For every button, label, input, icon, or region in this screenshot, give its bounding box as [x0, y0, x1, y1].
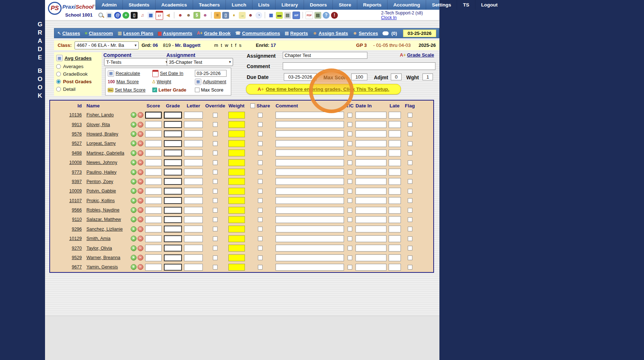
menu-item-store[interactable]: Store [332, 0, 357, 10]
score-input[interactable] [145, 235, 162, 242]
remove-score-button[interactable]: − [138, 160, 143, 165]
send-note-icon[interactable]: → [239, 12, 246, 19]
ap-icon[interactable]: A/P [292, 12, 300, 19]
late-input[interactable] [389, 245, 401, 252]
student-name-link[interactable]: Glover, Rita [84, 122, 110, 127]
remove-score-button[interactable]: − [138, 264, 143, 270]
weight-input[interactable] [228, 121, 245, 128]
student-name-link[interactable]: Paulino, Hailey [84, 170, 116, 175]
share-checkbox[interactable] [258, 179, 263, 184]
letter-input[interactable] [184, 245, 203, 252]
student-icon[interactable]: ☻ [185, 12, 192, 19]
recalculate-link[interactable]: ▦ Recalculate [108, 70, 152, 77]
date-in-input[interactable] [355, 159, 386, 166]
share-checkbox[interactable] [258, 217, 263, 222]
add-score-button[interactable]: + [131, 264, 137, 270]
late-input[interactable] [389, 197, 401, 204]
share-checkbox[interactable] [258, 151, 263, 155]
nav-item-assignments[interactable]: ▆Assignments [158, 31, 192, 36]
flag-checkbox[interactable] [408, 236, 412, 241]
weight-input[interactable] [228, 264, 245, 271]
weight-input[interactable] [228, 130, 245, 137]
clock-in-link[interactable]: Clock In [381, 15, 423, 20]
late-input[interactable] [389, 254, 401, 261]
nurse-icon[interactable]: ☻ [177, 12, 184, 19]
megaphone-icon[interactable]: ◀ [165, 12, 171, 19]
calendar-icon[interactable]: ▦ [147, 12, 154, 19]
late-input[interactable] [389, 216, 401, 223]
tc-checkbox[interactable] [348, 151, 352, 155]
override-checkbox[interactable] [213, 113, 218, 117]
menu-item-reports[interactable]: Reports [357, 0, 387, 10]
date-in-input[interactable] [355, 169, 386, 175]
add-score-button[interactable]: + [131, 131, 137, 137]
date-in-input[interactable] [355, 207, 386, 214]
comment-input[interactable] [276, 121, 344, 128]
share-all-checkbox[interactable] [250, 103, 255, 108]
max-score-link[interactable]: 100 Max Score [108, 79, 152, 84]
grade-input[interactable] [164, 169, 182, 175]
staff-icon[interactable]: ☻ [247, 12, 254, 19]
date-in-input[interactable] [355, 264, 386, 271]
override-checkbox[interactable] [213, 160, 218, 165]
grade-input[interactable] [164, 150, 182, 156]
check-card-icon[interactable]: ▬ [276, 12, 283, 19]
view-option-post-grades[interactable]: Post Grades [56, 79, 99, 84]
score-input[interactable] [145, 197, 162, 204]
tc-checkbox[interactable] [348, 255, 352, 260]
share-checkbox[interactable] [258, 141, 263, 146]
date-in-input[interactable] [355, 178, 386, 185]
student-id-link[interactable]: 10129 [69, 236, 84, 241]
tc-checkbox[interactable] [348, 265, 352, 270]
comment-input[interactable] [276, 169, 344, 175]
remove-score-button[interactable]: − [138, 131, 143, 137]
student-name-link[interactable]: Smith, Amia [84, 236, 111, 241]
set-date-in-link[interactable]: Set Date In [152, 70, 195, 77]
late-input[interactable] [389, 140, 401, 147]
flag-checkbox[interactable] [408, 151, 412, 155]
override-checkbox[interactable] [213, 170, 218, 174]
student-id-link[interactable]: 9913 [72, 122, 84, 127]
late-input[interactable] [389, 207, 401, 214]
weight-input[interactable] [228, 169, 245, 175]
radio-detail[interactable] [56, 87, 61, 92]
view-option-averages[interactable]: Averages [56, 64, 99, 69]
date-in-input[interactable] [355, 112, 386, 119]
weight-input[interactable] [228, 207, 245, 214]
comment-input[interactable] [276, 216, 344, 223]
menu-item-ts[interactable]: TS [457, 0, 475, 10]
letter-input[interactable] [184, 188, 203, 195]
late-input[interactable] [389, 130, 401, 137]
add-score-button[interactable]: + [131, 188, 137, 194]
student-id-link[interactable]: 9773 [72, 170, 84, 175]
add-score-button[interactable]: + [131, 198, 137, 204]
comment-input[interactable] [276, 197, 344, 204]
student-id-link[interactable]: 10107 [69, 198, 84, 203]
chat-plus-icon[interactable]: + [122, 12, 129, 19]
setup-notice-banner[interactable]: A+ One time before entering grades, Clic… [246, 84, 401, 94]
letter-input[interactable] [184, 121, 203, 128]
menu-item-students[interactable]: Students [122, 0, 155, 10]
score-input[interactable] [145, 112, 162, 119]
lunch-icon[interactable]: ≡ [214, 12, 221, 19]
remove-score-button[interactable]: − [138, 112, 143, 118]
print-check-icon[interactable]: ▤ [284, 12, 291, 19]
weight-input[interactable] [228, 254, 245, 261]
comment-input[interactable] [276, 130, 344, 137]
score-input[interactable] [145, 254, 162, 261]
late-input[interactable] [389, 169, 401, 175]
student-id-link[interactable]: 10009 [69, 188, 84, 194]
tc-checkbox[interactable] [348, 179, 352, 184]
radio-gradebook[interactable] [56, 72, 61, 76]
add-score-button[interactable]: + [131, 160, 137, 165]
date-in-input[interactable] [355, 130, 386, 137]
student-id-link[interactable]: 9397 [72, 179, 84, 184]
remove-score-button[interactable]: − [138, 179, 143, 185]
menu-item-admin[interactable]: Admin [95, 0, 122, 10]
alert-icon[interactable]: ! [331, 12, 338, 19]
remove-score-button[interactable]: − [138, 141, 143, 146]
date-in-input[interactable] [355, 254, 386, 261]
score-input[interactable] [145, 140, 162, 147]
student-id-link[interactable]: 9270 [72, 246, 84, 251]
remove-score-button[interactable]: − [138, 207, 143, 213]
